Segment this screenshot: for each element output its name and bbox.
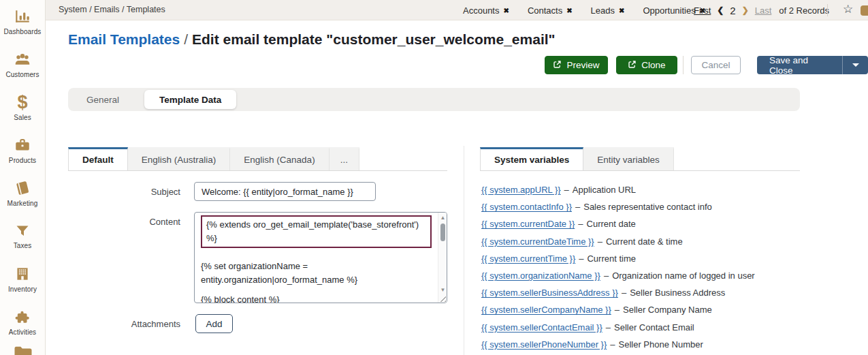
sidebar-item-taxes[interactable]: Taxes: [0, 215, 45, 258]
sidebar-item-products[interactable]: Products: [0, 129, 45, 172]
variable-link[interactable]: {{ system.currentDate }}: [481, 219, 575, 229]
sidebar-item-customers[interactable]: Customers: [0, 43, 45, 86]
variable-link[interactable]: {{ system.sellerBusinessAddress }}: [481, 288, 618, 298]
scroll-up-icon[interactable]: ▲: [438, 215, 447, 221]
chevron-down-icon: [852, 63, 859, 67]
add-attachment-button[interactable]: Add: [195, 314, 233, 333]
email-templates-link[interactable]: Email Templates: [68, 31, 180, 47]
variable-link[interactable]: {{ system.organizationName }}: [481, 271, 600, 281]
topbar-divider: [827, 4, 828, 16]
pinned-tab-leads[interactable]: Leads ✖: [591, 5, 625, 16]
clone-button[interactable]: Clone: [616, 56, 677, 74]
code-line-block-content: {% block content %}: [201, 293, 432, 303]
pagination-current-page: 2: [730, 5, 735, 16]
favorite-star-icon[interactable]: ☆: [843, 2, 853, 16]
briefcase-icon: [14, 136, 31, 154]
pagination-first-link[interactable]: First: [694, 5, 711, 16]
page-title: Email Templates/Edit email template "cus…: [68, 31, 556, 48]
variable-separator: –: [564, 185, 569, 195]
folder-icon: [13, 344, 33, 355]
save-and-close-split-button: Save and Close: [757, 56, 868, 74]
pinned-tab-label: Contacts: [528, 5, 562, 16]
save-and-close-button[interactable]: Save and Close: [757, 56, 842, 74]
variable-link[interactable]: {{ system.currentTime }}: [481, 253, 575, 264]
variable-row: {{ system.organizationName }} – Organiza…: [481, 267, 800, 284]
content-editor[interactable]: {% extends oro_get_email_template('base_…: [194, 212, 447, 303]
variable-row: {{ system.sellerContactEmail }} – Seller…: [481, 319, 800, 336]
sidebar-item-marketing[interactable]: Marketing: [0, 172, 45, 215]
variable-link[interactable]: {{ system.currentDateTime }}: [481, 236, 594, 247]
column-divider: [464, 146, 464, 355]
tab-entity-variables[interactable]: Entity variables: [583, 147, 674, 170]
blank-line: [201, 248, 432, 260]
sidebar-item-label: Inventory: [8, 285, 37, 293]
sidebar-item-sales[interactable]: $ Sales: [0, 86, 45, 129]
preview-button[interactable]: Preview: [545, 56, 608, 74]
subject-input[interactable]: [194, 182, 376, 201]
tab-more-languages[interactable]: ...: [329, 147, 359, 170]
variable-description: Seller Company Name: [623, 305, 712, 315]
variable-row: {{ system.contactInfo }} – Sales represe…: [481, 198, 800, 215]
tab-default[interactable]: Default: [68, 147, 128, 170]
pinned-tab-label: Accounts: [463, 5, 499, 16]
add-button-label: Add: [206, 319, 222, 329]
tab-template-data[interactable]: Template Data: [144, 90, 236, 109]
variable-separator: –: [575, 202, 580, 212]
partial-edge-icon[interactable]: [861, 5, 868, 16]
variable-link[interactable]: {{ system.sellerCompanyName }}: [481, 305, 611, 315]
sidebar-item-inventory[interactable]: Inventory: [0, 258, 45, 300]
tab-english-australia[interactable]: English (Australia): [128, 147, 231, 170]
variable-link[interactable]: {{ system.sellerContactEmail }}: [481, 322, 602, 333]
pinned-tab-label: Leads: [591, 5, 615, 16]
breadcrumb: System / Emails / Templates: [59, 5, 165, 14]
cancel-button-label: Cancel: [701, 60, 730, 70]
bar-chart-icon: [14, 7, 31, 25]
pagination-last-link[interactable]: Last: [755, 5, 772, 16]
variable-link[interactable]: {{ system.appURL }}: [481, 185, 561, 195]
save-options-dropdown-button[interactable]: [842, 56, 868, 74]
chevron-left-icon[interactable]: ❮: [717, 5, 724, 15]
close-icon[interactable]: ✖: [566, 7, 572, 14]
close-icon[interactable]: ✖: [503, 7, 509, 14]
tab-system-variables[interactable]: System variables: [480, 147, 583, 170]
variable-link[interactable]: {{ system.contactInfo }}: [481, 202, 572, 212]
sidebar-item-partial[interactable]: [0, 344, 46, 355]
pagination-records-count: of 2 Records: [779, 5, 829, 16]
variable-description: Seller Contact Email: [614, 322, 694, 333]
variable-description: Seller Business Address: [630, 288, 725, 298]
users-icon: [14, 50, 31, 68]
variable-separator: –: [615, 305, 620, 315]
pinned-tab-label: Opportunities: [643, 5, 695, 16]
sidebar-item-label: Marketing: [7, 200, 38, 207]
system-variables-list: {{ system.appURL }} – Application URL {{…: [481, 181, 800, 353]
variable-description: Application URL: [573, 185, 636, 195]
sidebar-item-label: Activities: [9, 328, 36, 336]
chevron-right-icon[interactable]: ❯: [742, 5, 749, 15]
sidebar-item-dashboards[interactable]: Dashboards: [0, 0, 45, 43]
content-scrollbar[interactable]: ▲ ▼: [438, 213, 447, 303]
pinned-tabs: Accounts ✖ Contacts ✖ Leads ✖ Opportunit…: [463, 0, 705, 20]
tab-general[interactable]: General: [86, 95, 119, 105]
pinned-tab-accounts[interactable]: Accounts ✖: [463, 5, 509, 16]
clone-button-label: Clone: [641, 60, 665, 70]
title-text: Edit email template "customer_user_welco…: [192, 31, 555, 47]
sidebar-item-label: Dashboards: [4, 28, 42, 35]
variable-row: {{ system.sellerBusinessAddress }} – Sel…: [481, 284, 800, 301]
pinned-tab-contacts[interactable]: Contacts ✖: [528, 5, 573, 16]
variable-separator: –: [610, 339, 615, 350]
app-window: Dashboards Customers $ Sales Products Ma…: [0, 0, 868, 355]
funnel-icon: [14, 223, 31, 239]
content-editor-text: {% extends oro_get_email_template('base_…: [195, 213, 437, 303]
scrollbar-thumb[interactable]: [440, 223, 445, 241]
title-separator: /: [180, 31, 192, 47]
content-label: Content: [68, 217, 180, 227]
tab-english-canada[interactable]: English (Canada): [230, 147, 329, 170]
variable-separator: –: [598, 236, 602, 247]
scroll-down-icon[interactable]: ▼: [438, 287, 447, 293]
close-icon[interactable]: ✖: [619, 7, 624, 14]
cancel-button[interactable]: Cancel: [691, 56, 741, 74]
variable-row: {{ system.appURL }} – Application URL: [481, 181, 800, 198]
variable-separator: –: [604, 271, 609, 281]
sidebar-item-activities[interactable]: Activities: [0, 300, 45, 343]
variable-link[interactable]: {{ system.sellerPhoneNumber }}: [481, 339, 607, 350]
